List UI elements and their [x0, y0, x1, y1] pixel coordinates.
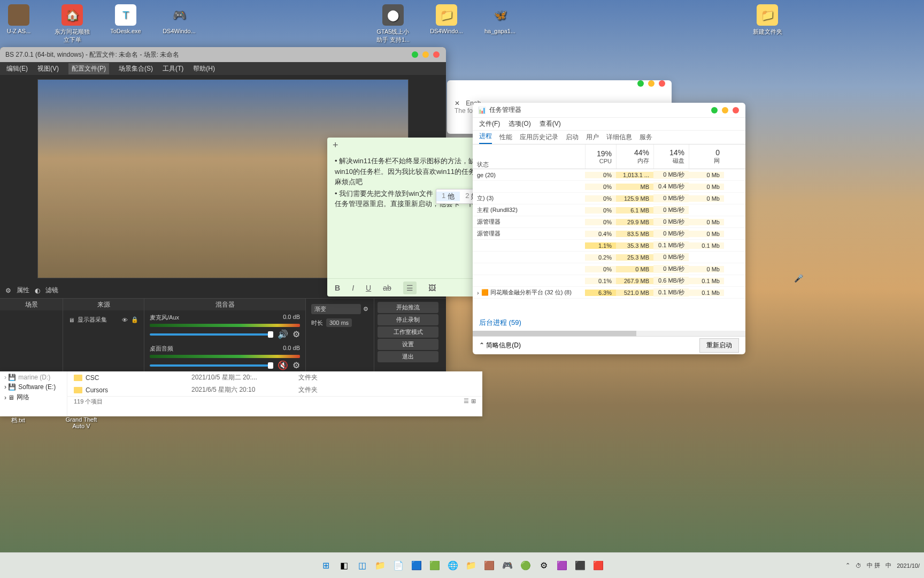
details-view-icon[interactable]: ☰ [464, 398, 469, 406]
tray-time-icon[interactable]: ⏱ [856, 562, 861, 569]
app-taskbar-icon[interactable]: 🎮 [500, 558, 515, 573]
speaker-icon[interactable]: 🔊 [278, 329, 288, 339]
process-row[interactable]: ge (20)0%1,013.1 ...0 MB/秒0 Mb [473, 169, 745, 181]
obs-titlebar[interactable]: BS 27.0.1 (64-bit, windows) - 配置文件: 未命名 … [0, 47, 446, 62]
tab-performance[interactable]: 性能 [499, 133, 512, 144]
minimize-icon[interactable] [711, 107, 718, 113]
settings-taskbar-icon[interactable]: ⚙ [536, 558, 551, 573]
exit-button[interactable]: 退出 [378, 351, 438, 362]
menu-view[interactable]: 查看(V) [540, 119, 561, 128]
stop-record-button[interactable]: 停止录制 [378, 314, 438, 325]
widgets-button[interactable]: ◫ [355, 558, 369, 573]
menu-options[interactable]: 选项(O) [509, 119, 530, 128]
bold-button[interactable]: B [335, 284, 340, 292]
process-row[interactable]: 0.1%267.9 MB0.6 MB/秒0.1 Mb [473, 275, 745, 287]
nav-item[interactable]: › 💾 marine (D:) [4, 372, 63, 382]
col-mem[interactable]: 44%内存 [616, 144, 653, 169]
restart-button[interactable]: 重新启动 [699, 338, 739, 353]
list-button[interactable]: ☰ [403, 282, 417, 294]
process-row[interactable]: 0%0 MB0 MB/秒0 Mb [473, 263, 745, 275]
app-taskbar-icon[interactable]: 🟦 [409, 558, 424, 573]
volume-slider[interactable] [150, 333, 273, 336]
duration-input[interactable]: 300 ms [326, 318, 352, 327]
ime-candidate[interactable]: 1他 [436, 192, 460, 201]
horizontal-scrollbar[interactable] [473, 331, 745, 336]
app-taskbar-icon[interactable]: 📄 [391, 558, 406, 573]
lock-icon[interactable]: 🔒 [131, 316, 138, 323]
fewer-details-toggle[interactable]: ⌃ 简略信息(D) [479, 341, 521, 350]
process-row[interactable]: › 🟧 同花顺金融分析平台 (32 位) (8)6.3%521.0 MB0.1 … [473, 287, 745, 299]
app-taskbar-icon[interactable]: 🟫 [482, 558, 497, 573]
desktop-icon[interactable]: TToDesk.exe [107, 4, 144, 44]
process-row[interactable]: 主程 (Rundll32)0%6.1 MB0 MB/秒 [473, 204, 745, 216]
desktop-icon[interactable]: 档.txt [0, 416, 36, 429]
app-taskbar-icon[interactable]: 🟢 [518, 558, 533, 573]
gear-icon[interactable]: ⚙ [292, 329, 300, 339]
strikethrough-button[interactable]: ab [383, 284, 391, 292]
filter-icon[interactable]: ◐ [35, 287, 40, 294]
col-cpu[interactable]: 19%CPU [585, 144, 616, 169]
italic-button[interactable]: I [352, 284, 354, 292]
close-icon[interactable]: ✕ [455, 100, 460, 107]
nav-item[interactable]: › 🖥 网络 [4, 392, 63, 403]
background-processes-header[interactable]: 后台进程 (59) [473, 315, 745, 331]
desktop-icon[interactable]: ⬤GTA5线上小助手 支持1... [374, 4, 412, 44]
desktop-icon[interactable]: Grand TheftAuto V [63, 416, 99, 429]
process-row[interactable]: 0.2%25.3 MB0 MB/秒 [473, 252, 745, 263]
process-row[interactable]: 源管理器0.4%83.5 MB0 MB/秒0 Mb [473, 228, 745, 240]
maximize-icon[interactable] [722, 107, 728, 113]
menu-profile[interactable]: 配置文件(P) [68, 63, 109, 74]
process-row[interactable]: 源管理器0%29.9 MB0 MB/秒0 Mb [473, 216, 745, 228]
col-disk[interactable]: 14%磁盘 [653, 144, 689, 169]
thumbnails-view-icon[interactable]: ⊞ [471, 398, 476, 406]
tab-users[interactable]: 用户 [586, 133, 599, 144]
close-icon[interactable] [733, 107, 739, 113]
tray-chevron-icon[interactable]: ⌃ [845, 562, 850, 569]
app-taskbar-icon[interactable]: 🟥 [591, 558, 606, 573]
speaker-muted-icon[interactable]: 🔇 [278, 360, 288, 370]
process-row[interactable]: 0%MB0.4 MB/秒0 Mb [473, 181, 745, 193]
transition-select[interactable]: 渐变 [311, 304, 361, 314]
explorer-taskbar-icon[interactable]: 📁 [373, 558, 388, 573]
menu-edit[interactable]: 编辑(E) [6, 64, 28, 73]
tab-startup[interactable]: 启动 [566, 133, 579, 144]
start-stream-button[interactable]: 开始推流 [378, 302, 438, 313]
maximize-icon[interactable] [422, 51, 429, 58]
eye-icon[interactable]: 👁 [122, 317, 128, 323]
nav-item[interactable]: › 💾 Software (E:) [4, 382, 63, 392]
menu-tools[interactable]: 工具(T) [163, 64, 183, 73]
expand-icon[interactable]: › [477, 290, 479, 296]
gear-icon[interactable]: ⚙ [292, 360, 300, 370]
desktop-icon[interactable]: 🦋ha_gapa1... [481, 4, 519, 44]
volume-slider[interactable] [150, 364, 273, 367]
app-taskbar-icon[interactable]: 🟩 [427, 558, 442, 573]
desktop-icon[interactable]: U-Z AS... [0, 4, 37, 44]
file-row[interactable]: Cursors 2021/6/5 星期六 20:10 文件夹 [67, 384, 482, 396]
app-taskbar-icon[interactable]: 🟪 [555, 558, 569, 573]
tab-services[interactable]: 服务 [640, 133, 652, 144]
menu-scene-collection[interactable]: 场景集合(S) [119, 64, 153, 73]
gear-icon[interactable]: ⚙ [5, 287, 11, 294]
menu-view[interactable]: 视图(V) [37, 64, 59, 73]
desktop-icon[interactable]: 📁DS4Windo... [428, 4, 465, 44]
file-row[interactable]: CSC 2021/10/5 星期二 20:... 文件夹 [67, 371, 482, 384]
ime-indicator[interactable]: 中 拼 [867, 561, 880, 569]
col-name[interactable]: 状态 [473, 144, 585, 169]
menu-file[interactable]: 文件(F) [479, 119, 500, 128]
minimize-icon[interactable] [412, 51, 418, 58]
source-item[interactable]: 🖥 显示器采集 👁 🔒 [66, 314, 141, 326]
col-net[interactable]: 0网 [689, 144, 724, 169]
desktop-icon[interactable]: 🎮DS4Windo... [160, 4, 198, 44]
underline-button[interactable]: U [366, 284, 371, 292]
tab-details[interactable]: 详细信息 [606, 133, 632, 144]
tab-history[interactable]: 应用历史记录 [520, 133, 558, 144]
taskmgr-titlebar[interactable]: 📊 任务管理器 [473, 103, 745, 118]
gear-icon[interactable]: ⚙ [363, 306, 368, 313]
app-taskbar-icon[interactable]: 📁 [464, 558, 479, 573]
process-row[interactable]: 立) (3)0%125.9 MB0 MB/秒0 Mb [473, 193, 745, 204]
process-row[interactable]: 1.1%35.3 MB0.1 MB/秒0.1 Mb [473, 240, 745, 252]
app-taskbar-icon[interactable]: ⬛ [573, 558, 588, 573]
settings-button[interactable]: 设置 [378, 339, 438, 350]
image-button[interactable]: 🖼 [428, 284, 436, 292]
tab-processes[interactable]: 进程 [479, 132, 492, 144]
